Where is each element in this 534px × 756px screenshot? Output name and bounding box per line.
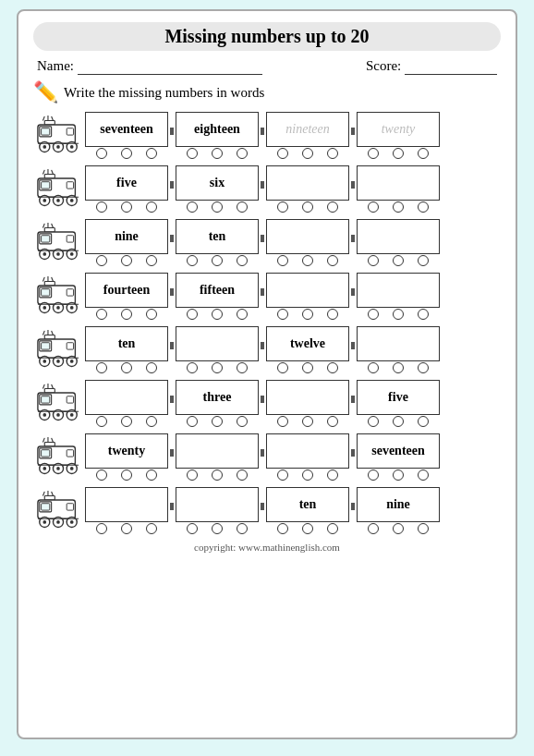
wheel (187, 416, 198, 427)
wheel (368, 469, 379, 481)
wheel (277, 416, 288, 427)
coupler (261, 128, 264, 135)
wheel (146, 255, 157, 266)
score-field[interactable] (405, 58, 497, 75)
svg-line-62 (52, 330, 54, 335)
wheel (277, 148, 288, 159)
wheel (212, 309, 223, 320)
svg-rect-51 (42, 288, 50, 295)
svg-rect-97 (67, 449, 73, 456)
wheel (146, 469, 157, 481)
coupler (261, 342, 264, 349)
car-label (85, 380, 168, 415)
train-car: six (176, 165, 259, 213)
wheel (277, 469, 288, 481)
svg-rect-22 (67, 181, 73, 188)
wheel (237, 148, 248, 159)
svg-point-102 (56, 467, 60, 470)
locomotive (33, 329, 83, 372)
car-wheels (357, 469, 440, 481)
wheel (368, 309, 379, 320)
svg-line-107 (52, 491, 54, 495)
svg-line-30 (42, 223, 44, 227)
svg-point-27 (56, 199, 60, 202)
svg-point-71 (42, 360, 46, 363)
car-label: fourteen (85, 273, 168, 308)
train-car: seventeen (357, 433, 440, 481)
car-wheels (176, 201, 259, 213)
wheel (146, 523, 157, 534)
coupler (261, 235, 264, 242)
wheel (121, 201, 132, 213)
wheel (212, 416, 223, 427)
svg-point-26 (42, 199, 46, 202)
car-label (357, 219, 440, 254)
wheel (327, 255, 338, 266)
wheel (327, 416, 338, 427)
wheel (327, 362, 338, 373)
svg-point-116 (42, 520, 46, 524)
svg-rect-18 (44, 174, 55, 178)
wheel (393, 201, 404, 213)
wheel (393, 148, 404, 159)
svg-rect-37 (67, 235, 73, 241)
train-car: five (85, 165, 168, 213)
car-wheels (85, 469, 168, 481)
train-row: twentyseventeen (33, 433, 501, 481)
svg-rect-81 (42, 396, 50, 402)
locomotive (33, 115, 83, 157)
train-rows-container: seventeeneighteennineteentwenty (33, 112, 501, 534)
svg-line-105 (42, 491, 44, 495)
wheel (277, 362, 288, 373)
locomotive (33, 275, 83, 318)
wheel (187, 148, 198, 159)
wheel (96, 469, 107, 481)
car-wheels (357, 308, 440, 320)
svg-point-13 (70, 145, 74, 149)
wheel (121, 148, 132, 159)
car-label (357, 326, 440, 361)
car-label: three (176, 380, 259, 415)
svg-rect-21 (42, 181, 50, 188)
wheel (121, 523, 132, 534)
car-wheels (266, 361, 349, 373)
worksheet-page: Missing numbers up to 20 Name: Score: ✏️… (17, 9, 517, 739)
instruction-row: ✏️ Write the missing numbers in words (33, 80, 501, 104)
svg-point-56 (42, 306, 46, 310)
train-car: ten (176, 219, 259, 266)
svg-point-12 (56, 145, 60, 149)
coupler (351, 288, 355, 296)
instruction-text: Write the missing numbers in words (64, 85, 264, 101)
car-label (266, 380, 349, 415)
coupler (261, 288, 264, 296)
car-label: nineteen (266, 112, 349, 147)
wheel (146, 148, 157, 159)
coupler (261, 181, 264, 189)
car-wheels (357, 201, 440, 213)
wheel (96, 362, 107, 373)
car-wheels (357, 147, 440, 159)
wheel (368, 416, 379, 427)
train-row: threefive (33, 380, 501, 427)
wheel (237, 416, 248, 427)
wheel (302, 362, 313, 373)
svg-rect-52 (67, 288, 73, 295)
svg-point-101 (42, 467, 46, 470)
footer: copyright: www.mathinenglish.com (33, 542, 501, 553)
svg-rect-36 (42, 235, 50, 241)
train-car: three (176, 380, 259, 427)
train-car (266, 165, 349, 213)
car-label: ten (85, 326, 168, 361)
car-wheels (176, 361, 259, 373)
svg-rect-82 (67, 396, 73, 402)
wheel (393, 416, 404, 427)
wheel (327, 309, 338, 320)
locomotive (33, 222, 83, 264)
wheel (187, 523, 198, 534)
wheel (146, 201, 157, 213)
name-field[interactable] (78, 58, 262, 75)
svg-point-118 (70, 520, 74, 524)
wheel (277, 255, 288, 266)
train-car (357, 326, 440, 373)
train-car: nine (85, 219, 168, 266)
